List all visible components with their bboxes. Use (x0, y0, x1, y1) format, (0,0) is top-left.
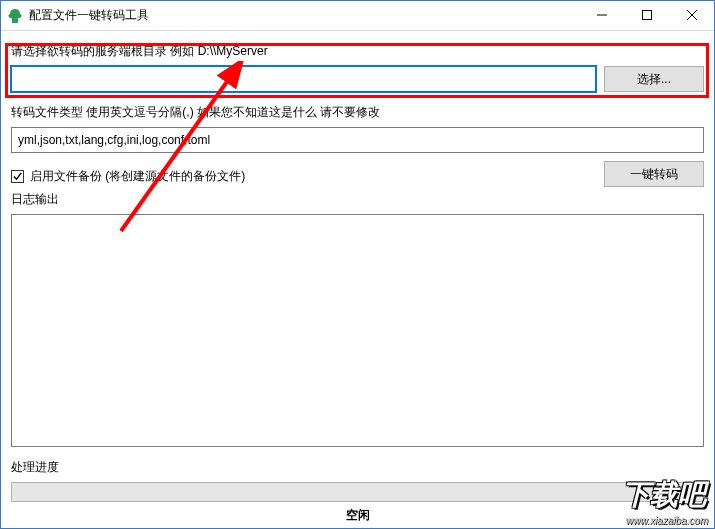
progress-bar (11, 482, 704, 502)
root-dir-input[interactable] (11, 66, 596, 92)
status-text: 空闲 (11, 502, 704, 528)
window-title: 配置文件一键转码工具 (29, 7, 579, 24)
log-output-area[interactable] (11, 214, 704, 447)
progress-label: 处理进度 (11, 459, 704, 476)
window-controls (579, 1, 714, 30)
convert-button[interactable]: 一键转码 (604, 161, 704, 187)
window-body: 请选择欲转码的服务端根目录 例如 D:\\MyServer 选择... 转码文件… (1, 31, 714, 528)
maximize-button[interactable] (624, 1, 669, 29)
log-output-label: 日志输出 (11, 191, 704, 208)
file-types-input[interactable] (11, 127, 704, 153)
app-window: 配置文件一键转码工具 请选择欲转码的服务端根目录 例如 D:\\MyServer… (0, 0, 715, 529)
root-dir-label: 请选择欲转码的服务端根目录 例如 D:\\MyServer (11, 43, 704, 60)
minimize-button[interactable] (579, 1, 624, 29)
close-button[interactable] (669, 1, 714, 29)
titlebar: 配置文件一键转码工具 (1, 1, 714, 31)
backup-checkbox-label: 启用文件备份 (将创建源文件的备份文件) (30, 168, 245, 185)
choose-button[interactable]: 选择... (604, 66, 704, 92)
file-types-label: 转码文件类型 使用英文逗号分隔(,) 如果您不知道这是什么 请不要修改 (11, 104, 704, 121)
app-icon (7, 8, 23, 24)
svg-rect-1 (642, 11, 651, 20)
backup-checkbox[interactable] (11, 170, 24, 183)
